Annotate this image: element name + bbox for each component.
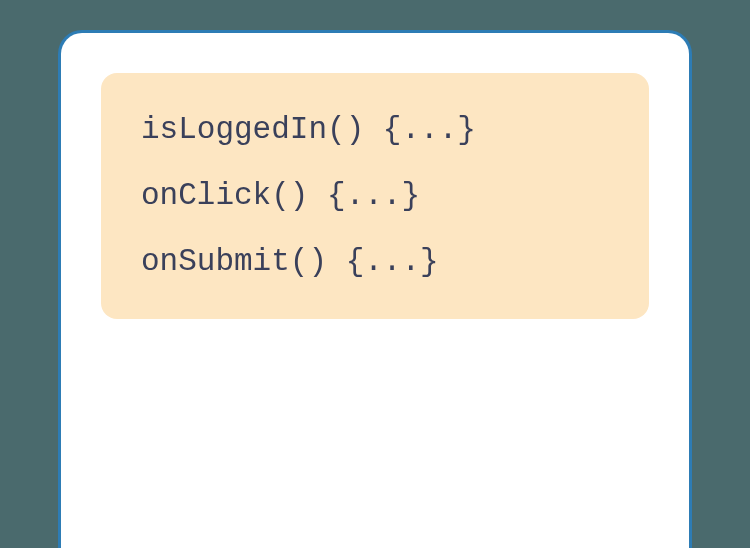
code-line: isLoggedIn() {...}: [141, 109, 609, 151]
code-line: onSubmit() {...}: [141, 241, 609, 283]
content-card: isLoggedIn() {...} onClick() {...} onSub…: [58, 30, 692, 548]
code-line: onClick() {...}: [141, 175, 609, 217]
code-block: isLoggedIn() {...} onClick() {...} onSub…: [101, 73, 649, 319]
